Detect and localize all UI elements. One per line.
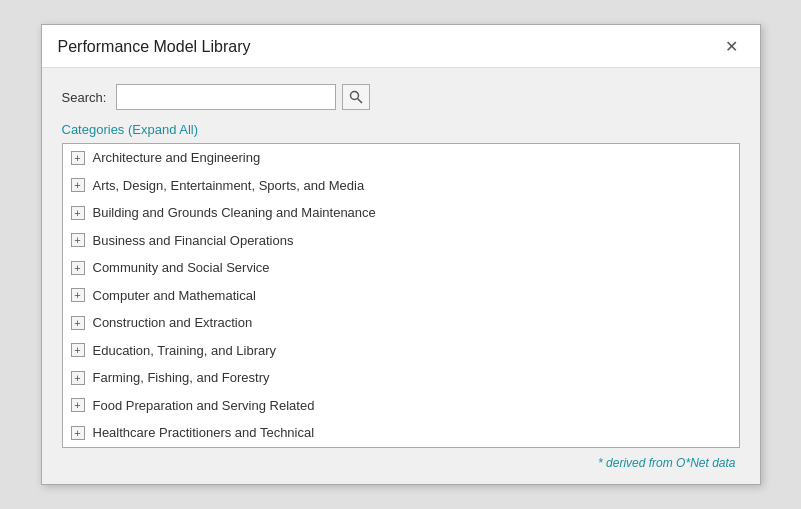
svg-line-1 [358, 99, 363, 104]
list-item[interactable]: +Education, Training, and Library [63, 337, 739, 365]
list-item[interactable]: +Food Preparation and Serving Related [63, 392, 739, 420]
categories-list[interactable]: +Architecture and Engineering+Arts, Desi… [62, 143, 740, 448]
categories-label: Categories [62, 122, 128, 137]
search-input[interactable] [116, 84, 336, 110]
search-button[interactable] [342, 84, 370, 110]
expand-icon: + [71, 288, 85, 302]
list-item-label: Farming, Fishing, and Forestry [93, 368, 270, 388]
list-item[interactable]: +Building and Grounds Cleaning and Maint… [63, 199, 739, 227]
list-item[interactable]: +Architecture and Engineering [63, 144, 739, 172]
list-item[interactable]: +Computer and Mathematical [63, 282, 739, 310]
list-item-label: Arts, Design, Entertainment, Sports, and… [93, 176, 365, 196]
expand-all-button[interactable]: (Expand All) [128, 122, 198, 137]
content-area: Search: Categories (Expand All) +Archite… [42, 68, 760, 484]
list-item-label: Building and Grounds Cleaning and Mainte… [93, 203, 376, 223]
expand-icon: + [71, 261, 85, 275]
list-item[interactable]: +Construction and Extraction [63, 309, 739, 337]
expand-icon: + [71, 398, 85, 412]
expand-icon: + [71, 178, 85, 192]
list-item[interactable]: +Healthcare Support [63, 447, 739, 449]
search-row: Search: [62, 84, 740, 110]
categories-header: Categories (Expand All) [62, 122, 740, 137]
search-label: Search: [62, 90, 107, 105]
list-item-label: Food Preparation and Serving Related [93, 396, 315, 416]
close-button[interactable]: ✕ [719, 37, 744, 57]
expand-icon: + [71, 426, 85, 440]
list-item-label: Business and Financial Operations [93, 231, 294, 251]
search-icon [349, 90, 363, 104]
expand-icon: + [71, 233, 85, 247]
expand-icon: + [71, 343, 85, 357]
expand-icon: + [71, 151, 85, 165]
list-item[interactable]: +Healthcare Practitioners and Technical [63, 419, 739, 447]
title-bar: Performance Model Library ✕ [42, 25, 760, 68]
list-item-label: Computer and Mathematical [93, 286, 256, 306]
dialog-title: Performance Model Library [58, 38, 251, 56]
list-item[interactable]: +Business and Financial Operations [63, 227, 739, 255]
footer-text: * derived from O*Net data [62, 448, 740, 474]
expand-icon: + [71, 316, 85, 330]
list-item-label: Healthcare Practitioners and Technical [93, 423, 315, 443]
list-item-label: Community and Social Service [93, 258, 270, 278]
expand-icon: + [71, 206, 85, 220]
list-item-label: Architecture and Engineering [93, 148, 261, 168]
list-item[interactable]: +Arts, Design, Entertainment, Sports, an… [63, 172, 739, 200]
list-item[interactable]: +Community and Social Service [63, 254, 739, 282]
list-item[interactable]: +Farming, Fishing, and Forestry [63, 364, 739, 392]
list-item-label: Education, Training, and Library [93, 341, 277, 361]
svg-point-0 [351, 92, 359, 100]
list-item-label: Construction and Extraction [93, 313, 253, 333]
expand-icon: + [71, 371, 85, 385]
